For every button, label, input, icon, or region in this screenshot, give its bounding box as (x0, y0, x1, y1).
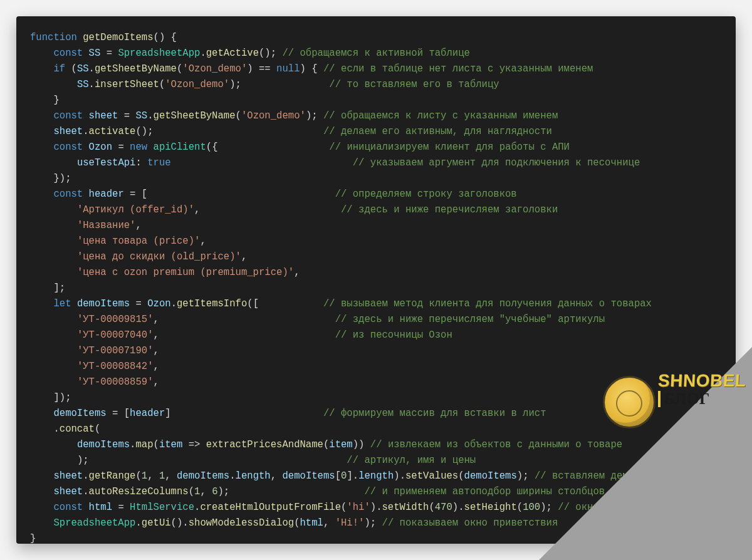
sheet-name: Ozon_demo (247, 110, 300, 122)
code-block: function getDemoItems() { const SS = Spr… (16, 16, 736, 544)
comment: // вставляем демо-данные (535, 470, 676, 482)
sheet-name: Ozon_demo (189, 63, 241, 75)
article: УТ-00009815 (83, 314, 147, 325)
num: 470 (435, 502, 452, 513)
comment: // делаем его активным, для наглядности (323, 126, 552, 137)
comment: // если в таблице нет листа с указанным … (323, 63, 593, 75)
comment: // формируем массив для вставки в лист (323, 408, 546, 419)
extract-fn: extractPricesAndName (206, 439, 323, 450)
comment: // здесь и ниже перечисляем "учебные" ар… (335, 314, 605, 325)
article: УТ-00007040 (83, 329, 147, 341)
comment: // артикул, имя и цены (347, 455, 476, 466)
code-editor: function getDemoItems() { const SS = Spr… (16, 16, 736, 544)
comment: // инициализируем клиент для работы с АП… (329, 142, 570, 153)
article: УТ-00007190 (83, 345, 147, 356)
article: УТ-00008842 (83, 361, 147, 372)
comment: // вызываем метод клиента для получения … (323, 298, 652, 309)
page-root: function getDemoItems() { const SS = Spr… (0, 0, 752, 560)
num: 100 (523, 502, 540, 513)
header-item: Артикул (offer_id) (83, 204, 188, 215)
prop-key: useTestApi (77, 157, 136, 169)
var-demoitems: demoItems (77, 298, 130, 309)
comment: // обращаемся к листу с указанным именем (323, 110, 558, 122)
comment: // здесь и ниже перечисляем заголовки (341, 204, 558, 215)
header-item: цена до скидки (old_price) (83, 251, 235, 262)
comment: // окно приветствия (558, 502, 669, 513)
header-item: Название (83, 220, 130, 231)
comment: // обращаемся к активной таблице (282, 48, 469, 59)
comment: // показываем окно приветствия (382, 517, 558, 529)
sheet-name: Ozon_demo (171, 79, 224, 90)
comment: // извлекаем из объектов с данными о тов… (370, 439, 622, 450)
header-item: цена товара (price) (83, 236, 194, 247)
comment: // указываем аргумент для подключения к … (353, 157, 640, 169)
function-name: getDemoItems (83, 32, 153, 43)
comment: // то вставляем его в таблицу (329, 79, 499, 90)
var-header: header (89, 189, 124, 200)
class-name: apiClient (154, 142, 206, 153)
dialog-title: Hi! (341, 517, 358, 529)
html-file: hi (353, 502, 365, 513)
comment: // из песочницы Озон (335, 329, 452, 341)
var-demoitems: demoItems (53, 408, 106, 419)
comment: // определяем строку заголовков (335, 189, 517, 200)
prop-value: true (147, 157, 170, 169)
article: УТ-00008859 (83, 376, 147, 388)
num: 1 (194, 486, 200, 497)
var-header: header (130, 408, 165, 419)
var-demoitems: demoItems (77, 439, 130, 450)
header-item: цена с ozon premium (premium_price) (83, 267, 288, 278)
comment: // и применяем автоподбор ширины столбцо… (364, 486, 675, 497)
